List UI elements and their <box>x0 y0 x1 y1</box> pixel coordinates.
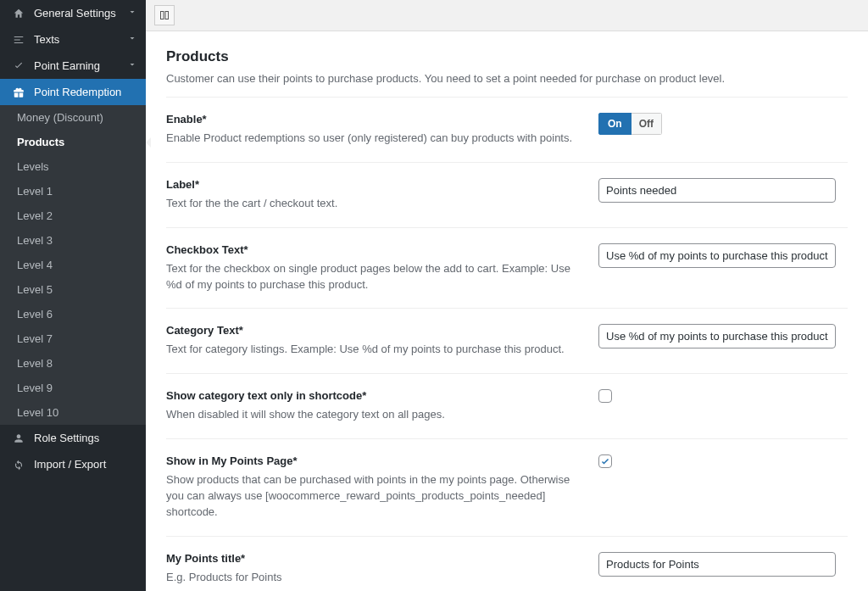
sidebar-item-label: General Settings <box>34 7 116 20</box>
sidebar-item-level-10[interactable]: Level 10 <box>0 400 146 425</box>
sidebar-item-products[interactable]: Products <box>0 130 146 154</box>
columns-toggle-button[interactable] <box>154 5 175 25</box>
shortcode-only-checkbox[interactable] <box>598 389 612 403</box>
gift-icon <box>10 86 27 98</box>
content: Products Customer can use their points t… <box>146 31 868 591</box>
field-label: Enable* <box>166 113 581 125</box>
field-label: Checkbox Text* <box>166 243 581 256</box>
sidebar-item-level-5[interactable]: Level 5 <box>0 277 146 302</box>
field-checkbox-text: Checkbox Text* Text for the checkbox on … <box>166 227 848 309</box>
refresh-icon <box>10 459 27 471</box>
sidebar-item-level-9[interactable]: Level 9 <box>0 376 146 400</box>
sidebar-item-levels[interactable]: Levels <box>0 154 146 179</box>
current-indicator-icon <box>146 137 151 148</box>
field-label: Show in My Points Page* <box>166 454 581 467</box>
sidebar-item-level-4[interactable]: Level 4 <box>0 253 146 277</box>
field-label: Show category text only in shortcode* <box>166 389 581 402</box>
field-label: Label* <box>166 178 581 191</box>
main: Products Customer can use their points t… <box>146 0 868 591</box>
sidebar-item-label: Point Earning <box>34 59 100 72</box>
chevron-down-icon <box>127 7 137 20</box>
sidebar-item-role-settings[interactable]: Role Settings <box>0 425 146 451</box>
topbar <box>146 0 868 31</box>
toggle-off[interactable]: Off <box>632 113 662 135</box>
field-help: When disabled it will show the category … <box>166 407 581 423</box>
my-points-title-input[interactable] <box>598 552 836 577</box>
sidebar-item-level-8[interactable]: Level 8 <box>0 351 146 376</box>
sidebar-item-label: Import / Export <box>34 458 106 471</box>
field-show-my-points: Show in My Points Page* Show products th… <box>166 438 848 536</box>
page-title: Products <box>166 48 848 65</box>
field-category-text: Category Text* Text for category listing… <box>166 308 848 373</box>
enable-toggle[interactable]: On Off <box>598 113 662 135</box>
home-icon <box>10 8 27 20</box>
sidebar-item-label: Texts <box>34 33 59 46</box>
field-help: Enable Product redemptions so user (only… <box>166 131 581 147</box>
category-text-input[interactable] <box>598 324 836 348</box>
sidebar-item-texts[interactable]: Texts <box>0 26 146 53</box>
sidebar-item-label: Role Settings <box>34 432 99 444</box>
field-label: Label* Text for the the cart / checkout … <box>166 162 848 227</box>
toggle-on[interactable]: On <box>598 113 632 135</box>
sidebar-item-point-redemption[interactable]: Point Redemption <box>0 79 146 105</box>
svg-rect-0 <box>161 12 164 20</box>
field-help: Show products that can be purchased with… <box>166 472 581 521</box>
user-icon <box>10 432 27 444</box>
align-icon <box>10 34 27 46</box>
checkbox-text-input[interactable] <box>598 243 836 268</box>
field-enable: Enable* Enable Product redemptions so us… <box>166 97 848 162</box>
sidebar-item-level-3[interactable]: Level 3 <box>0 228 146 253</box>
sidebar-submenu: Money (Discount) Products Levels Level 1… <box>0 105 146 425</box>
field-help: Text for category listings. Example: Use… <box>166 342 581 358</box>
field-help: E.g. Products for Points <box>166 570 581 586</box>
field-label: My Points title* <box>166 552 581 565</box>
chevron-down-icon <box>127 59 137 72</box>
show-my-points-checkbox[interactable] <box>598 454 612 468</box>
sidebar-item-general-settings[interactable]: General Settings <box>0 0 146 26</box>
field-my-points-title: My Points title* E.g. Products for Point… <box>166 536 848 591</box>
sidebar-item-level-6[interactable]: Level 6 <box>0 302 146 326</box>
sidebar-item-point-earning[interactable]: Point Earning <box>0 53 146 79</box>
sidebar-item-import-export[interactable]: Import / Export <box>0 451 146 477</box>
field-label: Category Text* <box>166 324 581 337</box>
sidebar-item-level-2[interactable]: Level 2 <box>0 204 146 228</box>
field-help: Text for the the cart / checkout text. <box>166 196 581 212</box>
chevron-down-icon <box>127 33 137 46</box>
field-shortcode-only: Show category text only in shortcode* Wh… <box>166 373 848 438</box>
svg-rect-1 <box>165 12 169 20</box>
check-icon <box>10 60 27 72</box>
sidebar: General Settings Texts Point Earning <box>0 0 146 591</box>
sidebar-item-money-discount[interactable]: Money (Discount) <box>0 105 146 130</box>
sidebar-item-level-1[interactable]: Level 1 <box>0 179 146 204</box>
sidebar-item-level-7[interactable]: Level 7 <box>0 326 146 351</box>
field-help: Text for the checkbox on single product … <box>166 261 581 293</box>
page-description: Customer can use their points to purchas… <box>166 72 848 85</box>
label-input[interactable] <box>598 178 836 203</box>
sidebar-item-label: Point Redemption <box>34 86 121 98</box>
